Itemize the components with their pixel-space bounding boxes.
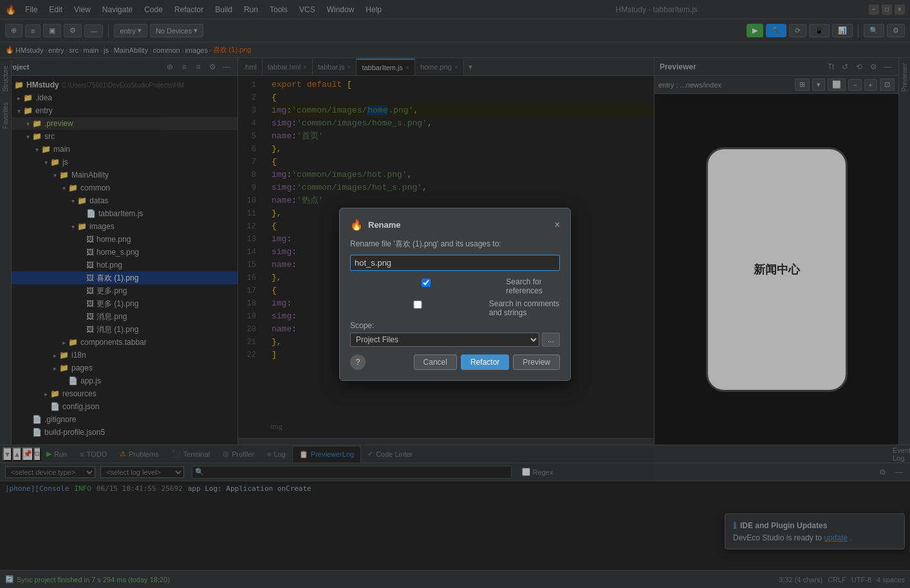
dialog-refactor-button[interactable]: Refactor — [461, 354, 509, 370]
dialog-overlay: 🔥 Rename × Rename file '喜欢 (1).png' and … — [0, 0, 910, 588]
dialog-app-icon: 🔥 — [350, 219, 363, 231]
search-comments-checkbox[interactable] — [350, 300, 485, 309]
scope-label: Scope: — [350, 321, 560, 330]
scope-dots-button[interactable]: ... — [542, 333, 560, 347]
dialog-title: Rename — [368, 220, 401, 230]
search-refs-label: Search for references — [506, 277, 560, 295]
dialog-header: 🔥 Rename × — [350, 219, 560, 231]
dialog-cancel-button[interactable]: Cancel — [414, 354, 457, 370]
scope-select-row: Project Files Whole project Module ... — [350, 333, 560, 347]
search-comments-label: Search in comments and strings — [489, 299, 560, 317]
dialog-preview-button[interactable]: Preview — [513, 354, 560, 370]
search-refs-row: Search for references — [350, 277, 560, 295]
dialog-close-button[interactable]: × — [555, 219, 560, 230]
scope-select[interactable]: Project Files Whole project Module — [350, 333, 539, 347]
search-refs-checkbox[interactable] — [350, 279, 502, 287]
rename-input[interactable] — [350, 255, 560, 271]
search-comments-row: Search in comments and strings — [350, 299, 560, 317]
dialog-description: Rename file '喜欢 (1).png' and its usages … — [350, 239, 560, 250]
rename-dialog: 🔥 Rename × Rename file '喜欢 (1).png' and … — [339, 208, 571, 381]
dialog-help-button[interactable]: ? — [350, 354, 366, 370]
dialog-actions: ? Cancel Refactor Preview — [350, 354, 560, 370]
